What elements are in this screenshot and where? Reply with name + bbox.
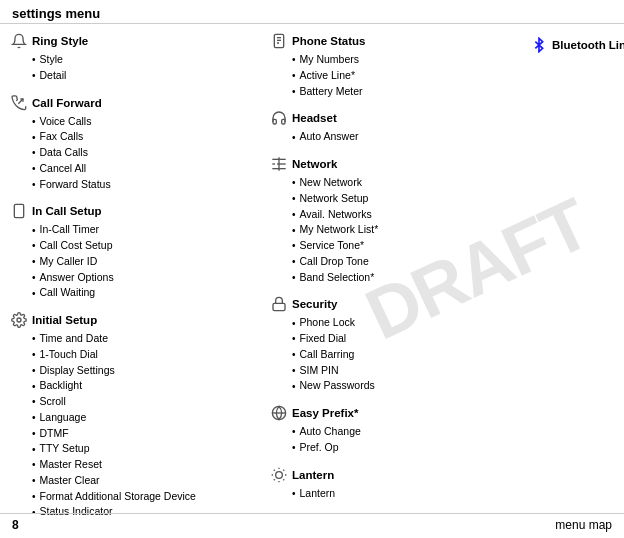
svg-rect-11 <box>273 304 285 311</box>
section-header-call-forward: Call Forward <box>10 94 270 112</box>
section-items-initial-setup: Time and Date1-Touch DialDisplay Setting… <box>32 331 270 520</box>
list-item: Pref. Op <box>292 440 530 456</box>
section-lantern: LanternLantern <box>270 466 530 502</box>
svg-line-18 <box>283 479 284 480</box>
list-item: Auto Answer <box>292 129 530 145</box>
section-security: SecurityPhone LockFixed DialCall Barring… <box>270 295 530 394</box>
lantern-icon <box>270 466 288 484</box>
section-header-ring-style: Ring Style <box>10 32 270 50</box>
list-item: Voice Calls <box>32 114 270 130</box>
list-item: Backlight <box>32 378 270 394</box>
bluetooth-label: Bluetooth Link <box>552 39 624 51</box>
initial-setup-icon <box>10 311 28 329</box>
list-item: 1-Touch Dial <box>32 347 270 363</box>
section-title-call-forward: Call Forward <box>32 97 102 109</box>
list-item: Lantern <box>292 486 530 502</box>
section-items-easy-prefix: Auto ChangePref. Op <box>292 424 530 456</box>
list-item: Display Settings <box>32 363 270 379</box>
section-items-ring-style: StyleDetail <box>32 52 270 84</box>
list-item: Fixed Dial <box>292 331 530 347</box>
list-item: New Passwords <box>292 378 530 394</box>
section-title-initial-setup: Initial Setup <box>32 314 97 326</box>
list-item: Master Clear <box>32 473 270 489</box>
list-item: Forward Status <box>32 177 270 193</box>
page-header: settings menu <box>0 0 624 24</box>
list-item: Data Calls <box>32 145 270 161</box>
section-header-network: Network <box>270 155 530 173</box>
svg-line-21 <box>274 479 275 480</box>
bluetooth-icon <box>530 36 548 54</box>
in-call-setup-icon <box>10 202 28 220</box>
left-column: Ring StyleStyleDetail Call ForwardVoice … <box>10 32 270 530</box>
section-easy-prefix: Easy Prefix*Auto ChangePref. Op <box>270 404 530 456</box>
list-item: Call Barring <box>292 347 530 363</box>
section-title-network: Network <box>292 158 337 170</box>
list-item: Call Cost Setup <box>32 238 270 254</box>
list-item: My Numbers <box>292 52 530 68</box>
list-item: Detail <box>32 68 270 84</box>
list-item: Call Waiting <box>32 285 270 301</box>
security-icon <box>270 295 288 313</box>
section-in-call-setup: In Call SetupIn-Call TimerCall Cost Setu… <box>10 202 270 301</box>
section-title-lantern: Lantern <box>292 469 334 481</box>
list-item: Time and Date <box>32 331 270 347</box>
list-item: Cancel All <box>32 161 270 177</box>
headset-icon <box>270 109 288 127</box>
list-item: Battery Meter <box>292 84 530 100</box>
section-header-phone-status: Phone Status <box>270 32 530 50</box>
svg-line-17 <box>274 469 275 470</box>
list-item: Language <box>32 410 270 426</box>
list-item: Style <box>32 52 270 68</box>
section-header-initial-setup: Initial Setup <box>10 311 270 329</box>
list-item: DTMF <box>32 426 270 442</box>
svg-rect-1 <box>14 205 23 218</box>
section-title-easy-prefix: Easy Prefix* <box>292 407 359 419</box>
list-item: Auto Change <box>292 424 530 440</box>
section-title-headset: Headset <box>292 112 337 124</box>
footer-page-number: 8 <box>12 518 19 532</box>
list-item: Avail. Networks <box>292 207 530 223</box>
section-title-ring-style: Ring Style <box>32 35 88 47</box>
list-item: My Caller ID <box>32 254 270 270</box>
section-call-forward: Call ForwardVoice CallsFax CallsData Cal… <box>10 94 270 193</box>
section-phone-status: Phone StatusMy NumbersActive Line*Batter… <box>270 32 530 99</box>
list-item: Active Line* <box>292 68 530 84</box>
svg-line-0 <box>18 99 23 104</box>
network-icon <box>270 155 288 173</box>
list-item: Network Setup <box>292 191 530 207</box>
list-item: My Network List* <box>292 222 530 238</box>
page-title: settings menu <box>12 6 100 21</box>
svg-point-3 <box>17 318 21 322</box>
footer-section-name: menu map <box>555 518 612 532</box>
list-item: SIM PIN <box>292 363 530 379</box>
page-footer: 8 menu map <box>0 513 624 532</box>
section-header-headset: Headset <box>270 109 530 127</box>
bluetooth-section: Bluetooth Link <box>530 36 624 54</box>
right-column: Phone StatusMy NumbersActive Line*Batter… <box>270 32 530 530</box>
section-title-security: Security <box>292 298 337 310</box>
list-item: Service Tone* <box>292 238 530 254</box>
list-item: Format Additional Storage Device <box>32 489 270 505</box>
list-item: Answer Options <box>32 270 270 286</box>
list-item: Call Drop Tone <box>292 254 530 270</box>
list-item: Scroll <box>32 394 270 410</box>
section-title-in-call-setup: In Call Setup <box>32 205 102 217</box>
ring-icon <box>10 32 28 50</box>
section-initial-setup: Initial SetupTime and Date1-Touch DialDi… <box>10 311 270 520</box>
phone-status-icon <box>270 32 288 50</box>
section-items-call-forward: Voice CallsFax CallsData CallsCancel All… <box>32 114 270 193</box>
section-header-easy-prefix: Easy Prefix* <box>270 404 530 422</box>
section-headset: HeadsetAuto Answer <box>270 109 530 145</box>
list-item: Band Selection* <box>292 270 530 286</box>
section-items-in-call-setup: In-Call TimerCall Cost SetupMy Caller ID… <box>32 222 270 301</box>
section-header-lantern: Lantern <box>270 466 530 484</box>
section-title-phone-status: Phone Status <box>292 35 365 47</box>
svg-line-22 <box>283 469 284 470</box>
list-item: Fax Calls <box>32 129 270 145</box>
section-items-network: New NetworkNetwork SetupAvail. NetworksM… <box>292 175 530 285</box>
section-items-phone-status: My NumbersActive Line*Battery Meter <box>292 52 530 99</box>
list-item: New Network <box>292 175 530 191</box>
call-forward-icon <box>10 94 28 112</box>
easy-prefix-icon <box>270 404 288 422</box>
section-header-security: Security <box>270 295 530 313</box>
